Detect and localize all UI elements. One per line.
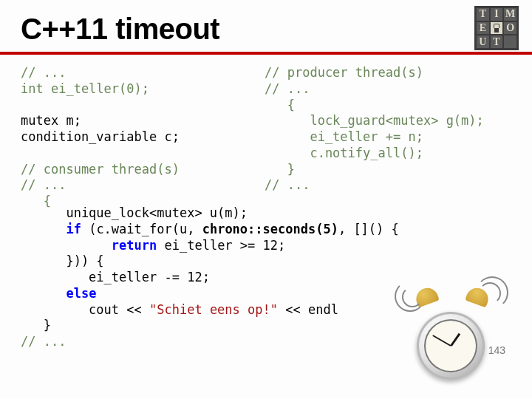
hourglass-icon: [491, 22, 503, 35]
badge-cell: [504, 35, 516, 48]
badge-cell: E: [477, 22, 489, 35]
code-line: // ...: [21, 334, 66, 349]
code-right: // producer thread(s) // ... { lock_guar…: [265, 65, 532, 194]
badge-cell: T: [477, 8, 489, 21]
code-line: unique_lock<mutex> u(m);: [21, 205, 248, 220]
code-line: }: [21, 318, 51, 332]
ring-line: [395, 281, 426, 312]
title-underline: [0, 52, 532, 55]
keyword-else: else: [66, 286, 96, 301]
code-frag: [21, 222, 66, 236]
code-line: })) {: [21, 253, 104, 268]
code-frag: cout <<: [21, 302, 149, 317]
code-frag: [21, 286, 66, 301]
code-bold: chrono::seconds(5): [202, 222, 338, 236]
title-block: C++11 timeout T I M E O U T: [21, 7, 511, 50]
badge-cell: I: [491, 8, 503, 21]
code-frag: (c.wait_for(u,: [81, 222, 202, 236]
code-line: mutex m; condition_variable c;: [21, 113, 180, 144]
keyword-return: return: [112, 238, 157, 253]
code-left: // ... int ei_teller(0); mutex m; condit…: [21, 65, 242, 210]
alarm-clock-icon: [408, 284, 497, 380]
ring-line: [476, 276, 508, 309]
badge-cell: U: [477, 35, 489, 48]
content-area: // ... int ei_teller(0); mutex m; condit…: [21, 62, 511, 387]
badge-cell: M: [504, 8, 516, 21]
slide: C++11 timeout T I M E O U T // ... int e…: [0, 0, 532, 399]
code-line: // consumer thread(s) // ... {: [21, 162, 180, 209]
keyword-if: if: [66, 222, 81, 236]
code-frag: [21, 238, 112, 253]
code-line: ei_teller -= 12;: [21, 270, 210, 284]
code-line: // producer thread(s) // ... { lock_guar…: [265, 65, 484, 192]
badge-cell: O: [504, 22, 516, 35]
slide-title: C++11 timeout: [21, 13, 219, 46]
code-frag: << endl: [278, 302, 338, 317]
timeout-badge-icon: T I M E O U T: [474, 6, 519, 50]
code-frag: , []() {: [338, 222, 399, 236]
code-frag: ei_teller >= 12;: [157, 238, 285, 253]
string-literal: "Schiet eens op!": [149, 302, 278, 317]
badge-cell: T: [491, 35, 503, 48]
code-line: // ... int ei_teller(0);: [21, 65, 149, 96]
